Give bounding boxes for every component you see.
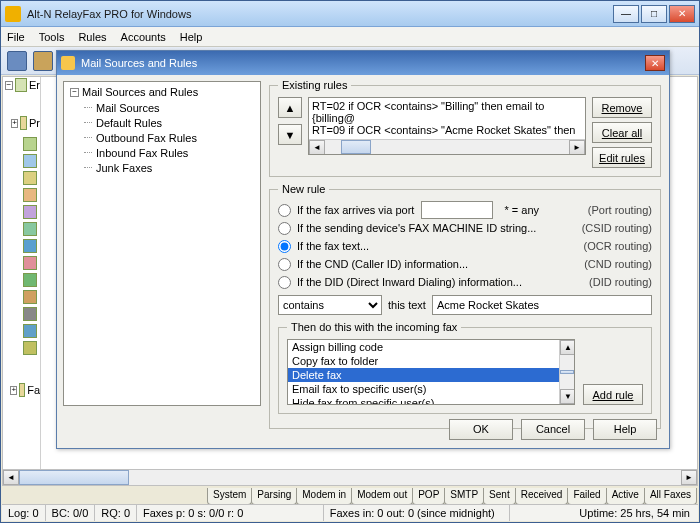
tab-all-faxes[interactable]: All Faxes [644,488,697,505]
port-input[interactable] [421,201,493,219]
tab-system[interactable]: System [207,488,252,505]
tab-received[interactable]: Received [515,488,569,505]
tree-item-outbound-fax-rules[interactable]: Outbound Fax Rules [84,130,254,145]
toolbar-icon-1[interactable] [7,51,27,71]
tree-folder-icon [20,116,27,130]
tree-leaf-icon[interactable] [23,222,37,236]
scroll-thumb[interactable] [19,470,129,485]
status-bc: BC: 0/0 [46,505,96,521]
tree-leaf-icon[interactable] [23,324,37,338]
tab-parsing[interactable]: Parsing [251,488,297,505]
radio-ocr-routing[interactable] [278,240,291,253]
radio-did-routing[interactable] [278,276,291,289]
scroll-thumb[interactable] [341,140,371,154]
ok-button[interactable]: OK [449,419,513,440]
then-list-vscroll[interactable]: ▲ ▼ [559,340,574,404]
scroll-up-icon[interactable]: ▲ [560,340,575,355]
this-text-input[interactable] [432,295,652,315]
scroll-right-icon[interactable]: ► [569,140,585,155]
tree-collapse-icon[interactable]: − [70,88,79,97]
ocr-routing-hint: (OCR routing) [584,240,652,252]
radio-did-label[interactable]: If the DID (Direct Inward Dialing) infor… [297,276,585,288]
tree-folder-icon [15,78,27,92]
radio-cnd-label[interactable]: If the CND (Caller ID) information... [297,258,580,270]
menubar: File Tools Rules Accounts Help [1,27,699,47]
tab-smtp[interactable]: SMTP [444,488,484,505]
radio-csid-routing[interactable] [278,222,291,235]
menu-help[interactable]: Help [180,31,203,43]
dialog-titlebar: Mail Sources and Rules ✕ [57,51,669,75]
tree-leaf-icon[interactable] [23,137,37,151]
tab-modem-in[interactable]: Modem in [296,488,352,505]
tree-collapse-icon[interactable]: − [5,81,13,90]
scroll-down-icon[interactable]: ▼ [560,389,575,404]
horizontal-scrollbar[interactable]: ◄ ► [3,469,697,485]
tab-pop[interactable]: POP [412,488,445,505]
then-option-selected[interactable]: Delete fax [288,368,574,382]
dialog-close-button[interactable]: ✕ [645,55,665,71]
tree-leaf-icon[interactable] [23,171,37,185]
tab-failed[interactable]: Failed [567,488,606,505]
tree-leaf-icon[interactable] [23,273,37,287]
app-icon [5,6,21,22]
outer-tree[interactable]: −Er +Pr +Fa [3,77,41,469]
tab-active[interactable]: Active [606,488,645,505]
radio-port-label[interactable]: If the fax arrives via port * = any [297,201,584,219]
existing-rules-list[interactable]: RT=02 if OCR <contains> "Billing" then e… [308,97,586,155]
tab-sent[interactable]: Sent [483,488,516,505]
then-action-list[interactable]: Assign billing code Copy fax to folder D… [287,339,575,405]
tree-leaf-icon[interactable] [23,341,37,355]
scroll-left-icon[interactable]: ◄ [309,140,325,155]
radio-ocr-label[interactable]: If the fax text... [297,240,580,252]
tree-leaf-icon[interactable] [23,188,37,202]
rule-row[interactable]: RT=02 if OCR <contains> "Billing" then e… [312,100,582,124]
tree-item-default-rules[interactable]: Default Rules [84,115,254,130]
operator-select[interactable]: contains [278,295,382,315]
radio-csid-label[interactable]: If the sending device's FAX MACHINE ID s… [297,222,578,234]
scroll-right-icon[interactable]: ► [681,470,697,485]
scroll-thumb[interactable] [560,370,574,374]
menu-tools[interactable]: Tools [39,31,65,43]
tab-modem-out[interactable]: Modem out [351,488,413,505]
tree-leaf-icon[interactable] [23,256,37,270]
then-option[interactable]: Hide fax from specific user(s) [288,396,574,405]
maximize-button[interactable]: □ [641,5,667,23]
then-option[interactable]: Email fax to specific user(s) [288,382,574,396]
menu-accounts[interactable]: Accounts [121,31,166,43]
tree-leaf-icon[interactable] [23,239,37,253]
tree-root-label[interactable]: Mail Sources and Rules [82,86,198,98]
then-option[interactable]: Assign billing code [288,340,574,354]
dialog-nav-tree[interactable]: −Mail Sources and Rules Mail Sources Def… [63,81,261,406]
then-option[interactable]: Copy fax to folder [288,354,574,368]
tree-leaf-icon[interactable] [23,205,37,219]
mail-sources-rules-dialog: Mail Sources and Rules ✕ −Mail Sources a… [56,50,670,449]
edit-rules-button[interactable]: Edit rules [592,147,652,168]
tree-folder-icon [19,383,25,397]
radio-cnd-routing[interactable] [278,258,291,271]
move-rule-down-button[interactable]: ▼ [278,124,302,145]
scroll-left-icon[interactable]: ◄ [3,470,19,485]
rules-list-hscroll[interactable]: ◄ ► [309,139,585,154]
remove-rule-button[interactable]: Remove [592,97,652,118]
minimize-button[interactable]: — [613,5,639,23]
menu-file[interactable]: File [7,31,25,43]
tree-leaf-icon[interactable] [23,307,37,321]
radio-port-routing[interactable] [278,204,291,217]
cancel-button[interactable]: Cancel [521,419,585,440]
close-button[interactable]: ✕ [669,5,695,23]
then-legend: Then do this with the incoming fax [287,321,461,333]
tree-item-mail-sources[interactable]: Mail Sources [84,100,254,115]
clear-all-rules-button[interactable]: Clear all [592,122,652,143]
tree-item-inbound-fax-rules[interactable]: Inbound Fax Rules [84,145,254,160]
add-rule-button[interactable]: Add rule [583,384,643,405]
did-routing-hint: (DID routing) [589,276,652,288]
tree-expand-icon[interactable]: + [11,119,18,128]
help-button[interactable]: Help [593,419,657,440]
menu-rules[interactable]: Rules [78,31,106,43]
tree-item-junk-faxes[interactable]: Junk Faxes [84,160,254,175]
toolbar-icon-2[interactable] [33,51,53,71]
move-rule-up-button[interactable]: ▲ [278,97,302,118]
tree-leaf-icon[interactable] [23,154,37,168]
tree-leaf-icon[interactable] [23,290,37,304]
tree-expand-icon[interactable]: + [10,386,17,395]
